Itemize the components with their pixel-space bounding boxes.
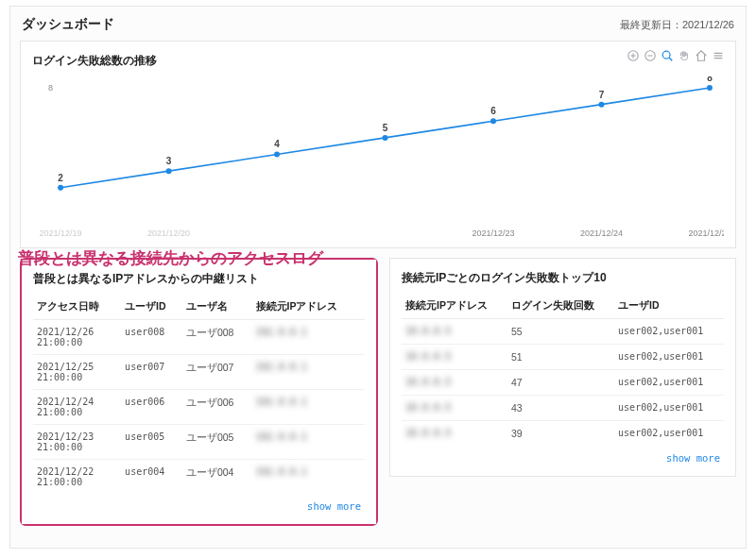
cell-user-name: ユーザ004 xyxy=(182,460,252,495)
cell-user-id: user005 xyxy=(121,425,182,460)
last-updated: 最終更新日：2021/12/26 xyxy=(620,18,734,32)
page-title: ダッシュボード xyxy=(22,16,114,33)
cell-user-id-link[interactable]: user002,user001 xyxy=(614,370,724,396)
svg-text:6: 6 xyxy=(490,106,496,116)
cell-user-name: ユーザ008 xyxy=(182,320,252,355)
table-row: 10.0.0.551user002,user001 xyxy=(402,345,724,370)
cell-fail-count: 55 xyxy=(507,319,614,345)
chart-title: ログイン失敗総数の推移 xyxy=(32,53,724,69)
cell-fail-count: 47 xyxy=(507,370,614,396)
cell-fail-count: 43 xyxy=(507,396,614,421)
svg-text:2: 2 xyxy=(58,173,63,183)
cell-source-ip: 192.0.0.1 xyxy=(252,320,365,355)
svg-line-6 xyxy=(669,58,672,60)
cell-user-name: ユーザ005 xyxy=(182,425,252,460)
cell-source-ip: 10.0.0.5 xyxy=(402,319,507,345)
svg-point-20 xyxy=(274,152,280,158)
svg-text:7: 7 xyxy=(599,90,605,100)
cell-source-ip: 192.0.0.1 xyxy=(252,355,365,390)
cell-source-ip: 192.0.0.1 xyxy=(252,460,365,495)
svg-text:8: 8 xyxy=(48,83,53,93)
cell-user-id: user004 xyxy=(121,460,182,495)
cell-user-name: ユーザ007 xyxy=(182,355,252,390)
failure-top10-table: 接続元IPアドレス ログイン失敗回数 ユーザID 10.0.0.555user0… xyxy=(402,294,724,446)
svg-point-26 xyxy=(598,102,604,108)
cell-source-ip: 10.0.0.5 xyxy=(402,421,507,447)
svg-point-28 xyxy=(707,85,713,91)
cell-fail-count: 51 xyxy=(507,345,614,370)
cell-datetime: 2021/12/2521:00:00 xyxy=(33,355,121,390)
cell-source-ip: 10.0.0.5 xyxy=(402,370,507,396)
col-user-id: ユーザID xyxy=(121,295,182,320)
cell-user-id: user006 xyxy=(121,390,182,425)
cell-datetime: 2021/12/2421:00:00 xyxy=(33,390,121,425)
unusual-ip-table: アクセス日時 ユーザID ユーザ名 接続元IPアドレス 2021/12/2621… xyxy=(33,295,365,494)
table-row: 10.0.0.555user002,user001 xyxy=(402,319,724,345)
failure-top10-show-more: show more xyxy=(402,446,724,466)
minus-icon[interactable] xyxy=(643,49,658,65)
page-header: ダッシュボード 最終更新日：2021/12/26 xyxy=(20,12,736,41)
svg-point-24 xyxy=(490,118,496,124)
svg-point-22 xyxy=(383,135,388,141)
svg-point-18 xyxy=(166,168,172,174)
table-row: 10.0.0.543user002,user001 xyxy=(402,396,724,421)
failure-top10-panel: 接続元IPごとのログイン失敗数トップ10 接続元IPアドレス ログイン失敗回数 … xyxy=(389,258,736,477)
table-row: 10.0.0.547user002,user001 xyxy=(402,370,724,396)
table-row: 2021/12/2321:00:00user005ユーザ005192.0.0.1 xyxy=(33,425,365,460)
cell-user-id: user008 xyxy=(121,320,182,355)
table-row: 2021/12/2521:00:00user007ユーザ007192.0.0.1 xyxy=(33,355,365,390)
svg-text:8: 8 xyxy=(707,76,713,83)
col-user-id2: ユーザID xyxy=(614,294,724,319)
col-source-ip2: 接続元IPアドレス xyxy=(402,294,507,319)
unusual-ip-panel: 普段とは異なるIPアドレスからの中継リスト アクセス日時 ユーザID ユーザ名 … xyxy=(22,260,376,524)
table-row: 2021/12/2621:00:00user008ユーザ008192.0.0.1 xyxy=(33,320,365,355)
table-row: 2021/12/2421:00:00user006ユーザ006192.0.0.1 xyxy=(33,390,365,425)
table-row: 10.0.0.539user002,user001 xyxy=(402,421,724,447)
svg-text:2021/12/24: 2021/12/24 xyxy=(580,228,623,238)
svg-point-16 xyxy=(58,185,63,191)
svg-text:4: 4 xyxy=(274,140,280,150)
unusual-ip-show-more: show more xyxy=(33,494,365,515)
menu-icon[interactable] xyxy=(711,49,726,65)
cell-source-ip: 10.0.0.5 xyxy=(402,345,507,370)
col-user-name: ユーザ名 xyxy=(182,295,252,320)
cell-user-name: ユーザ006 xyxy=(182,390,252,425)
plus-icon[interactable] xyxy=(626,49,641,65)
cell-datetime: 2021/12/2321:00:00 xyxy=(33,425,121,460)
svg-text:2021/12/19: 2021/12/19 xyxy=(40,228,82,238)
svg-text:3: 3 xyxy=(166,156,172,166)
cell-user-id: user007 xyxy=(121,355,182,390)
cell-datetime: 2021/12/2221:00:00 xyxy=(33,460,121,495)
hand-icon[interactable] xyxy=(677,49,692,65)
col-access-datetime: アクセス日時 xyxy=(33,295,121,320)
svg-text:2021/12/23: 2021/12/23 xyxy=(472,228,514,238)
cell-datetime: 2021/12/2621:00:00 xyxy=(33,320,121,355)
svg-text:2021/12/20: 2021/12/20 xyxy=(147,228,190,238)
cell-user-id-link[interactable]: user002,user001 xyxy=(614,345,724,370)
unusual-ip-panel-frame: 普段とは異なるIPアドレスからの中継リスト アクセス日時 ユーザID ユーザ名 … xyxy=(20,258,378,526)
cell-user-id-link[interactable]: user002,user001 xyxy=(614,421,724,447)
svg-point-5 xyxy=(662,51,670,59)
col-fail-count: ログイン失敗回数 xyxy=(507,294,614,319)
col-source-ip: 接続元IPアドレス xyxy=(252,295,365,320)
chart-toolbar xyxy=(626,49,726,65)
cell-source-ip: 10.0.0.5 xyxy=(402,396,507,421)
search-zoom-icon[interactable] xyxy=(660,49,675,65)
cell-fail-count: 39 xyxy=(507,421,614,447)
svg-text:2021/12/25: 2021/12/25 xyxy=(688,228,724,238)
failure-top10-title: 接続元IPごとのログイン失敗数トップ10 xyxy=(402,270,724,286)
chart-area[interactable]: 82021/12/192021/12/202021/12/232021/12/2… xyxy=(32,76,724,242)
show-more-link[interactable]: show more xyxy=(307,500,361,512)
cell-source-ip: 192.0.0.1 xyxy=(252,425,365,460)
svg-text:5: 5 xyxy=(383,123,388,133)
cell-source-ip: 192.0.0.1 xyxy=(252,390,365,425)
cell-user-id-link[interactable]: user002,user001 xyxy=(614,319,724,345)
cell-user-id-link[interactable]: user002,user001 xyxy=(614,396,724,421)
chart-panel: ログイン失敗総数の推移 xyxy=(20,41,736,248)
show-more-link[interactable]: show more xyxy=(666,452,720,464)
table-row: 2021/12/2221:00:00user004ユーザ004192.0.0.1 xyxy=(33,460,365,495)
home-icon[interactable] xyxy=(694,49,709,65)
unusual-ip-title: 普段とは異なるIPアドレスからの中継リスト xyxy=(33,271,365,287)
